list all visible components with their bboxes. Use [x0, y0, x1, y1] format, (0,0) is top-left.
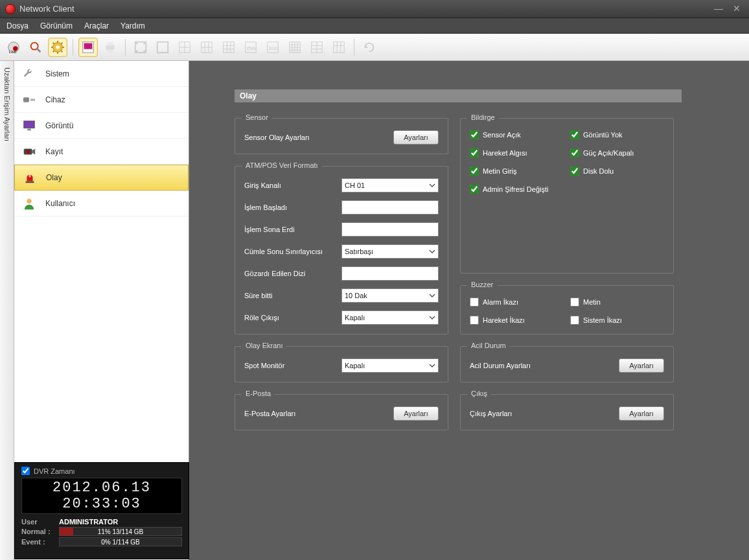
- spot-monitor-label: Spot Monitör: [244, 362, 341, 369]
- toolbar-live-button[interactable]: Live: [4, 38, 23, 57]
- group-legend: Acil Durum: [467, 342, 510, 349]
- group-legend: E-Posta: [242, 390, 275, 397]
- chk-disk-full[interactable]: Disk Dolu: [570, 167, 664, 176]
- sensor-settings-button[interactable]: Ayarları: [393, 130, 439, 145]
- checkbox-icon[interactable]: [470, 298, 479, 307]
- menubar: Dosya Görünüm Araçlar Yardım: [0, 18, 749, 34]
- atm-trans-start-input[interactable]: [341, 200, 439, 215]
- output-button[interactable]: Ayarları: [619, 406, 664, 421]
- group-sensor: Sensor Sensor Olay Ayarları Ayarları: [235, 118, 448, 154]
- sidebar-item-label: Cihaz: [45, 95, 65, 104]
- chk-video-loss[interactable]: Görüntü Yok: [570, 130, 664, 139]
- toolbar-gridalt-button: [307, 38, 327, 57]
- toolbar: Live 25div 36div: [0, 34, 749, 61]
- wrench-icon: [22, 67, 36, 81]
- checkbox-icon[interactable]: [570, 167, 579, 176]
- svg-point-61: [27, 198, 31, 203]
- chk-buzzer-system[interactable]: Sistem İkazı: [570, 316, 664, 325]
- toolbar-grid36-button: 36div: [263, 38, 282, 57]
- chk-buzzer-text[interactable]: Metin: [570, 298, 664, 307]
- output-label: Çıkış Ayarları: [470, 410, 619, 417]
- toolbar-panel-button[interactable]: [78, 38, 98, 57]
- user-icon: [22, 196, 36, 211]
- chk-sensor-on[interactable]: Sensor Açık: [470, 130, 564, 139]
- sidebar-item-label: Görüntü: [45, 121, 73, 130]
- user-value: ADMINISTRATOR: [59, 518, 118, 526]
- event-label: Event :: [21, 538, 55, 546]
- sidebar-item-device[interactable]: Cihaz: [14, 87, 189, 113]
- atm-ignore-input[interactable]: [341, 266, 439, 281]
- sidebar-item-label: Sistem: [45, 69, 69, 78]
- group-legend: ATM/POS Veri Formatı: [242, 161, 322, 169]
- checkbox-icon[interactable]: [570, 148, 579, 158]
- chk-admin-pw[interactable]: Admin Şifresi Değişti: [470, 185, 664, 194]
- svg-rect-18: [107, 41, 113, 45]
- chk-motion[interactable]: Hareket Algısı: [470, 148, 564, 158]
- checkbox-icon[interactable]: [470, 130, 479, 139]
- toolbar-grid4-button: [175, 38, 194, 57]
- vertical-tab-label: Uzaktan Erişim Ayarları: [3, 67, 11, 141]
- chk-power[interactable]: Güç Açık/Kapalı: [570, 148, 664, 158]
- toolbar-grid1-button: [153, 38, 172, 57]
- close-button[interactable]: ✕: [730, 4, 744, 14]
- sidebar-item-event[interactable]: Olay: [14, 165, 189, 191]
- toolbar-separator: [73, 39, 73, 56]
- status-panel: DVR Zamanı 2012.06.13 20:33:03 User ADMI…: [14, 462, 189, 559]
- spot-monitor-select[interactable]: Kapalı: [341, 358, 439, 373]
- group-atmpos: ATM/POS Veri Formatı Giriş KanalıCH 01 İ…: [235, 166, 448, 334]
- app-logo-icon: [5, 4, 16, 14]
- checkbox-icon[interactable]: [470, 167, 479, 176]
- svg-line-4: [37, 48, 41, 52]
- dvr-time-checkbox[interactable]: [21, 467, 30, 475]
- sidebar-item-user[interactable]: Kullanıcı: [14, 191, 189, 216]
- checkbox-icon[interactable]: [470, 185, 479, 194]
- sensor-settings-label: Sensor Olay Ayarları: [244, 134, 393, 141]
- panel-title: Olay: [235, 89, 682, 102]
- atm-input-channel-label: Giriş Kanalı: [244, 181, 341, 189]
- menu-view[interactable]: Görünüm: [40, 21, 73, 30]
- toolbar-separator: [125, 39, 126, 56]
- titlebar: Network Client — ✕: [0, 0, 749, 18]
- email-button[interactable]: Ayarları: [393, 406, 439, 421]
- group-event-screen: Olay Ekranı Spot MonitörKapalı: [235, 346, 448, 382]
- atm-line-delim-select[interactable]: Satırbaşı: [341, 244, 439, 259]
- emergency-button[interactable]: Ayarları: [619, 358, 664, 373]
- checkbox-icon[interactable]: [570, 316, 579, 325]
- svg-rect-17: [106, 45, 115, 49]
- atm-input-channel-select[interactable]: CH 01: [341, 178, 439, 192]
- toolbar-search-button[interactable]: [26, 38, 45, 57]
- siren-icon: [23, 170, 37, 185]
- chk-buzzer-alarm[interactable]: Alarm İkazı: [470, 298, 564, 307]
- svg-rect-53: [23, 97, 29, 102]
- svg-text:36div: 36div: [269, 45, 279, 50]
- toolbar-grid9-button: [219, 38, 238, 57]
- chk-buzzer-motion[interactable]: Hareket İkazı: [470, 316, 564, 325]
- checkbox-icon[interactable]: [570, 298, 579, 307]
- minimize-button[interactable]: —: [711, 4, 726, 14]
- sidebar-item-record[interactable]: Kayıt: [14, 139, 189, 165]
- sidebar-item-system[interactable]: Sistem: [14, 61, 189, 87]
- menu-help[interactable]: Yardım: [121, 21, 145, 30]
- svg-line-14: [53, 51, 54, 52]
- sidebar-item-display[interactable]: Görüntü: [14, 113, 189, 139]
- checkbox-icon[interactable]: [470, 316, 479, 325]
- checkbox-icon[interactable]: [570, 130, 579, 139]
- atm-timeout-select[interactable]: 10 Dak: [341, 288, 439, 303]
- atm-relay-label: Röle Çıkışı: [244, 314, 341, 321]
- atm-trans-end-input[interactable]: [341, 222, 439, 237]
- atm-relay-select[interactable]: Kapalı: [341, 310, 439, 325]
- menu-tools[interactable]: Araçlar: [84, 21, 109, 30]
- event-bar-text: 0% 1/114 GB: [60, 539, 181, 546]
- toolbar-settings-button[interactable]: [48, 38, 67, 57]
- menu-file[interactable]: Dosya: [6, 21, 29, 30]
- window-title: Network Client: [19, 4, 75, 14]
- vertical-tab[interactable]: Uzaktan Erişim Ayarları: [0, 61, 14, 560]
- group-legend: Çıkış: [467, 390, 491, 397]
- svg-rect-16: [84, 43, 93, 49]
- svg-rect-21: [157, 41, 168, 52]
- group-buzzer: Buzzer Alarm İkazı Metin Hareket İkazı S…: [460, 285, 674, 334]
- chk-text-in[interactable]: Metin Giriş: [470, 167, 564, 176]
- svg-rect-59: [26, 181, 34, 183]
- sidebar-item-label: Kullanıcı: [45, 199, 75, 208]
- checkbox-icon[interactable]: [470, 148, 479, 158]
